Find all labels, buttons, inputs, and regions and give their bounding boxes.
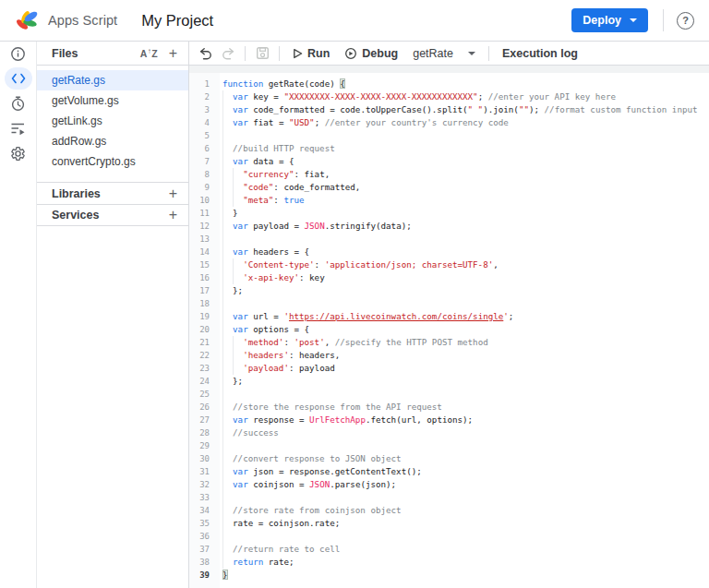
line-number[interactable]: 15 xyxy=(189,258,220,271)
libraries-section[interactable]: Libraries + xyxy=(37,182,188,204)
nav-triggers[interactable] xyxy=(0,92,37,114)
line-number[interactable]: 22 xyxy=(189,349,220,362)
add-service-icon[interactable]: + xyxy=(167,208,179,222)
line-number[interactable]: 37 xyxy=(189,543,220,556)
code-line[interactable]: 19 var url = 'https://api.livecoinwatch.… xyxy=(189,310,709,323)
undo-icon[interactable] xyxy=(195,43,217,64)
code-line[interactable]: 39} xyxy=(189,569,709,582)
code-line[interactable]: 6 //build HTTP request xyxy=(189,142,709,155)
line-number[interactable]: 6 xyxy=(189,142,220,155)
code-line[interactable]: 2 var key = "XXXXXXXX-XXXX-XXXX-XXXX-XXX… xyxy=(189,90,709,103)
code-line[interactable]: 30 //convert response to JSON object xyxy=(189,452,709,465)
deploy-button[interactable]: Deploy xyxy=(571,8,648,32)
code-line[interactable]: 5 xyxy=(189,129,709,142)
line-number[interactable]: 38 xyxy=(189,556,220,569)
line-number[interactable]: 33 xyxy=(189,491,220,504)
run-button[interactable]: Run xyxy=(285,43,337,64)
line-number[interactable]: 34 xyxy=(189,504,220,517)
line-number[interactable]: 18 xyxy=(189,297,220,310)
add-library-icon[interactable]: + xyxy=(167,186,179,201)
code-line[interactable]: 26 //store the response from the API req… xyxy=(189,401,709,414)
nav-editor[interactable] xyxy=(0,67,37,90)
code-line[interactable]: 31 var json = response.getContentText(); xyxy=(189,465,709,478)
line-number[interactable]: 11 xyxy=(189,207,220,220)
code-line[interactable]: 11 } xyxy=(189,207,709,220)
line-number[interactable]: 30 xyxy=(189,452,220,465)
line-number[interactable]: 28 xyxy=(189,426,220,439)
line-number[interactable]: 14 xyxy=(189,246,220,258)
line-number[interactable]: 23 xyxy=(189,362,220,375)
debug-button[interactable]: Debug xyxy=(337,43,405,64)
nav-settings[interactable] xyxy=(0,142,37,164)
code-line[interactable]: 18 xyxy=(189,297,709,310)
code-line[interactable]: 12 var payload = JSON.stringify(data); xyxy=(189,220,709,233)
code-line[interactable]: 17 }; xyxy=(189,284,709,297)
code-line[interactable]: 15 'Content-type': 'application/json; ch… xyxy=(189,258,709,271)
line-number[interactable]: 25 xyxy=(189,388,220,401)
line-number[interactable]: 1 xyxy=(189,78,220,90)
code-line[interactable]: 21 'method': 'post', //specify the HTTP … xyxy=(189,336,709,349)
code-line[interactable]: 1function getRate(code) { xyxy=(189,78,709,90)
line-number[interactable]: 17 xyxy=(189,284,220,297)
line-number[interactable]: 20 xyxy=(189,323,220,336)
help-icon[interactable]: ? xyxy=(677,12,694,30)
file-row[interactable]: convertCrypto.gs xyxy=(37,151,188,172)
code-line[interactable]: 29 xyxy=(189,439,709,452)
line-number[interactable]: 16 xyxy=(189,271,220,284)
code-line[interactable]: 4 var fiat = "USD"; //enter your country… xyxy=(189,116,709,129)
code-line[interactable]: 22 'headers': headers, xyxy=(189,349,709,362)
file-row[interactable]: getRate.gs xyxy=(37,70,188,90)
code-line[interactable]: 10 "meta": true xyxy=(189,194,709,207)
code-line[interactable]: 3 var code_formatted = code.toUpperCase(… xyxy=(189,103,709,116)
sort-az-icon[interactable]: A↑Z xyxy=(140,48,158,59)
line-number[interactable]: 2 xyxy=(189,90,220,103)
code-line[interactable]: 20 var options = { xyxy=(189,323,709,336)
code-line[interactable]: 32 var coinjson = JSON.parse(json); xyxy=(189,478,709,491)
line-number[interactable]: 29 xyxy=(189,439,220,452)
code-editor[interactable]: 1function getRate(code) {2 var key = "XX… xyxy=(189,73,709,588)
code-line[interactable]: 35 rate = coinjson.rate; xyxy=(189,517,709,530)
line-number[interactable]: 3 xyxy=(189,103,220,116)
line-number[interactable]: 7 xyxy=(189,155,220,168)
line-number[interactable]: 21 xyxy=(189,336,220,349)
line-number[interactable]: 35 xyxy=(189,517,220,530)
line-number[interactable]: 9 xyxy=(189,181,220,194)
execution-log-button[interactable]: Execution log xyxy=(495,43,585,64)
code-line[interactable]: 13 xyxy=(189,233,709,246)
line-number[interactable]: 10 xyxy=(189,194,220,207)
line-number[interactable]: 4 xyxy=(189,116,220,129)
file-row[interactable]: getLink.gs xyxy=(37,111,188,131)
code-line[interactable]: 14 var headers = { xyxy=(189,246,709,258)
code-line[interactable]: 34 //store rate from coinjson object xyxy=(189,504,709,517)
code-line[interactable]: 36 xyxy=(189,530,709,543)
code-line[interactable]: 28 //success xyxy=(189,426,709,439)
project-title[interactable]: My Project xyxy=(141,12,213,30)
save-icon[interactable] xyxy=(251,43,273,64)
code-line[interactable]: 38 return rate; xyxy=(189,556,709,569)
line-number[interactable]: 32 xyxy=(189,478,220,491)
line-number[interactable]: 19 xyxy=(189,310,220,323)
file-row[interactable]: getVolume.gs xyxy=(37,90,188,111)
line-number[interactable]: 27 xyxy=(189,414,220,426)
line-number[interactable]: 5 xyxy=(189,129,220,142)
code-line[interactable]: 33 xyxy=(189,491,709,504)
code-line[interactable]: 24 }; xyxy=(189,375,709,388)
code-line[interactable]: 23 'payload': payload xyxy=(189,362,709,375)
services-section[interactable]: Services + xyxy=(37,204,188,226)
line-number[interactable]: 26 xyxy=(189,401,220,414)
code-line[interactable]: 16 'x-api-key': key xyxy=(189,271,709,284)
code-line[interactable]: 27 var response = UrlFetchApp.fetch(url,… xyxy=(189,414,709,426)
code-line[interactable]: 7 var data = { xyxy=(189,155,709,168)
code-line[interactable]: 25 xyxy=(189,388,709,401)
code-line[interactable]: 37 //return rate to cell xyxy=(189,543,709,556)
add-file-icon[interactable]: + xyxy=(167,46,179,61)
function-selector[interactable]: getRate xyxy=(405,43,483,64)
nav-executions[interactable] xyxy=(0,117,37,139)
code-line[interactable]: 9 "code": code_formatted, xyxy=(189,181,709,194)
code-line[interactable]: 8 "currency": fiat, xyxy=(189,168,709,181)
redo-icon[interactable] xyxy=(217,43,239,64)
line-number[interactable]: 12 xyxy=(189,220,220,233)
apps-script-logo-icon[interactable] xyxy=(15,8,40,33)
line-number[interactable]: 13 xyxy=(189,233,220,246)
line-number[interactable]: 39 xyxy=(189,569,220,582)
